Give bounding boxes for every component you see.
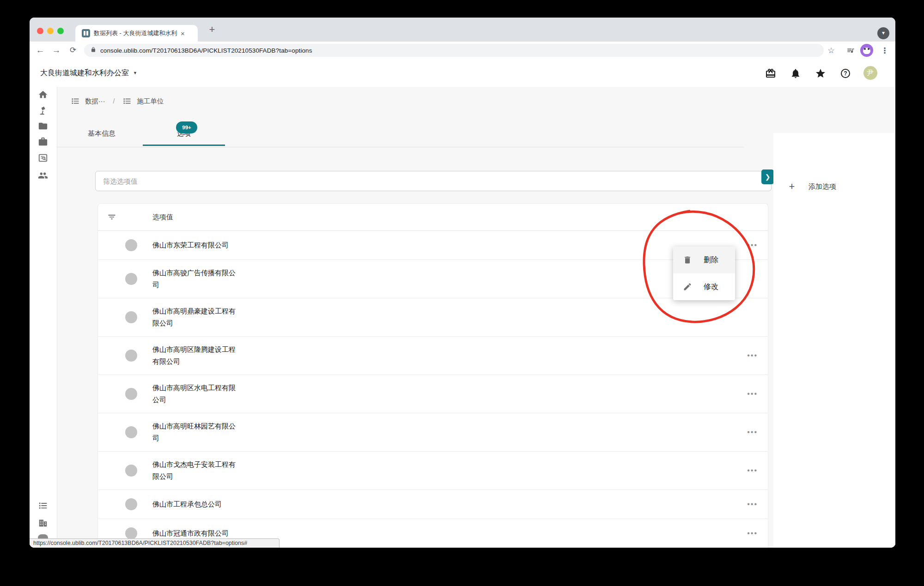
option-value: 佛山市戈杰电子安装工程有限公司 (152, 459, 241, 483)
plus-icon: + (786, 181, 797, 193)
folder-icon[interactable] (38, 121, 48, 131)
row-more-button[interactable]: ••• (747, 529, 758, 538)
table-row[interactable]: 佛山市工程承包总公司••• (98, 490, 768, 519)
add-option-label: 添加选项 (808, 182, 836, 191)
row-context-menu: 删除 修改 (673, 247, 735, 300)
search-archive-icon[interactable] (38, 153, 48, 163)
row-more-button[interactable]: ••• (747, 351, 758, 360)
browser-window: 数据列表 - 大良街道城建和水利 × + ▾ ← → ⟳ console.ubl… (30, 18, 895, 548)
row-more-button[interactable]: ••• (747, 241, 758, 249)
table-row[interactable]: 佛山市高明旺林园艺有限公司••• (98, 413, 768, 452)
option-disc (125, 527, 137, 539)
option-value: 佛山市冠通市政有限公司 (152, 527, 241, 539)
home-icon[interactable] (38, 90, 48, 100)
table-body: 佛山市东荣工程有限公司•••佛山市高骏广告传播有限公司佛山市高明鼎豪建设工程有限… (98, 231, 768, 548)
options-count-badge: 99+ (176, 121, 197, 133)
options-table: 选项值 佛山市东荣工程有限公司•••佛山市高骏广告传播有限公司佛山市高明鼎豪建设… (97, 203, 768, 548)
browser-tab[interactable]: 数据列表 - 大良街道城建和水利 × (75, 25, 198, 42)
option-value: 佛山市高明区隆腾建设工程有限公司 (152, 344, 241, 368)
back-button[interactable]: ← (33, 42, 47, 59)
notifications-bell-icon[interactable] (790, 68, 801, 79)
trash-icon (683, 255, 692, 265)
table-row[interactable]: 佛山市戈杰电子安装工程有限公司••• (98, 452, 768, 490)
row-more-button[interactable]: ••• (747, 428, 758, 436)
option-disc (125, 498, 137, 510)
filter-list-icon[interactable] (107, 212, 116, 222)
bookmark-star-icon[interactable]: ☆ (825, 45, 837, 57)
option-disc (125, 426, 137, 438)
table-row[interactable]: 佛山市高明区水电工程有限公司••• (98, 375, 768, 413)
option-value: 佛山市高骏广告传播有限公司 (152, 267, 241, 291)
row-more-button[interactable]: ••• (747, 500, 758, 508)
list-view-icon[interactable] (38, 501, 48, 511)
reload-button[interactable]: ⟳ (66, 42, 80, 59)
favorites-star-icon[interactable] (815, 68, 826, 79)
desk-lamp-icon[interactable] (38, 106, 48, 116)
tab-strip: 数据列表 - 大良街道城建和水利 × + ▾ (30, 18, 895, 42)
browser-profile-avatar[interactable] (860, 44, 873, 57)
option-value: 佛山市东荣工程有限公司 (152, 239, 241, 251)
address-bar[interactable]: console.ublib.com/T20170613BD6A/PICKLIST… (84, 44, 824, 57)
close-window-button[interactable] (37, 28, 43, 34)
add-option-button[interactable]: + 添加选项 (773, 177, 836, 196)
page-tabs: 基本信息 选项 99+ (57, 115, 744, 147)
people-group-icon[interactable] (38, 170, 48, 181)
option-disc (125, 350, 137, 362)
user-avatar[interactable]: 尹 (863, 66, 877, 80)
table-row[interactable]: 佛山市高骏广告传播有限公司 (98, 260, 768, 298)
browser-toolbar: ← → ⟳ console.ublib.com/T20170613BD6A/PI… (30, 42, 895, 60)
tab-close-icon[interactable]: × (181, 30, 185, 37)
tab-basic-info[interactable]: 基本信息 (74, 115, 129, 147)
table-row[interactable]: 佛山市东荣工程有限公司••• (98, 231, 768, 260)
clipped-sidebar-icon[interactable] (38, 534, 48, 538)
tab-search-button[interactable]: ▾ (877, 27, 889, 39)
menu-item-edit[interactable]: 修改 (673, 273, 735, 300)
row-more-button[interactable]: ••• (747, 466, 758, 475)
building-icon[interactable] (38, 518, 48, 528)
breadcrumb-separator: / (113, 97, 115, 105)
minimize-window-button[interactable] (47, 28, 54, 34)
pencil-icon (683, 282, 692, 291)
option-disc (125, 239, 137, 251)
expand-panel-button[interactable]: ❯ (761, 169, 774, 184)
filter-options-input[interactable] (95, 171, 772, 191)
row-more-button[interactable]: ••• (747, 390, 758, 398)
browser-menu-button[interactable]: ⋮ (879, 45, 891, 57)
new-tab-button[interactable]: + (206, 21, 219, 38)
gift-icon[interactable] (765, 68, 776, 79)
breadcrumb-current[interactable]: 施工单位 (137, 97, 164, 106)
zoom-window-button[interactable] (57, 28, 64, 34)
option-disc (125, 465, 137, 477)
active-tab-underline (143, 145, 225, 146)
panda-avatar-icon (863, 48, 870, 54)
screenshot-canvas: 数据列表 - 大良街道城建和水利 × + ▾ ← → ⟳ console.ubl… (0, 0, 924, 586)
forward-button[interactable]: → (49, 42, 63, 59)
playlist-extension-icon[interactable] (845, 45, 857, 58)
svg-text:?: ? (844, 70, 847, 77)
org-selector[interactable]: 大良街道城建和水利办公室 ▼ (40, 59, 137, 87)
org-name: 大良街道城建和水利办公室 (40, 68, 129, 78)
chevron-down-icon: ▼ (133, 71, 137, 75)
app-header: 大良街道城建和水利办公室 ▼ ? 尹 (30, 59, 895, 87)
list-icon (122, 97, 132, 106)
option-disc (125, 273, 137, 285)
table-row[interactable]: 佛山市高明区隆腾建设工程有限公司••• (98, 337, 768, 375)
tab-title: 数据列表 - 大良街道城建和水利 (94, 29, 180, 37)
option-value: 佛山市工程承包总公司 (152, 498, 241, 510)
briefcase-icon[interactable] (38, 137, 48, 147)
breadcrumb-datalist[interactable]: 数据··· (85, 97, 105, 106)
option-disc (125, 311, 137, 323)
tab-favicon-icon (82, 29, 90, 37)
help-icon[interactable]: ? (840, 68, 851, 79)
option-value: 佛山市高明区水电工程有限公司 (152, 382, 241, 406)
list-icon (71, 97, 80, 106)
option-value: 佛山市高明旺林园艺有限公司 (152, 420, 241, 444)
option-disc (125, 388, 137, 400)
option-value: 佛山市高明鼎豪建设工程有限公司 (152, 305, 241, 329)
breadcrumb: 数据··· / 施工单位 (71, 94, 164, 108)
right-panel: + 添加选项 (773, 133, 895, 548)
table-row[interactable]: 佛山市高明鼎豪建设工程有限公司 (98, 298, 768, 337)
url-text: console.ublib.com/T20170613BD6A/PICKLIST… (100, 47, 312, 54)
menu-item-delete[interactable]: 删除 (673, 247, 735, 273)
status-url-tooltip: https://console.ublib.com/T20170613BD6A/… (30, 538, 280, 548)
